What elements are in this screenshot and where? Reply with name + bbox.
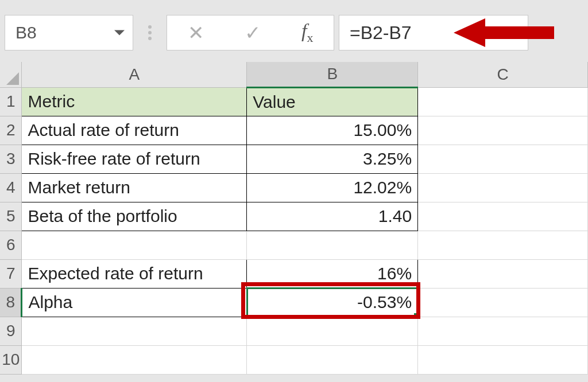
formula-text: =B2-B7 xyxy=(350,22,412,44)
cell-C10[interactable] xyxy=(418,345,588,374)
row-header-7[interactable]: 7 xyxy=(0,259,22,288)
formula-input[interactable]: =B2-B7 xyxy=(339,15,528,50)
cell-B1[interactable]: Value xyxy=(247,87,418,116)
fx-icon[interactable]: fx xyxy=(301,20,313,45)
select-all-corner[interactable] xyxy=(0,62,22,87)
cell-B7[interactable]: 16% xyxy=(247,259,418,288)
name-box-value: B8 xyxy=(16,23,37,42)
row-header-8[interactable]: 8 xyxy=(0,288,22,317)
cell-A3[interactable]: Risk-free rate of return xyxy=(22,145,247,173)
cancel-icon[interactable]: ✕ xyxy=(188,21,204,44)
name-box[interactable]: B8 xyxy=(5,15,133,50)
row-header-9[interactable]: 9 xyxy=(0,317,22,345)
cell-A6[interactable] xyxy=(22,231,247,259)
cell-C5[interactable] xyxy=(418,202,588,231)
cell-B3[interactable]: 3.25% xyxy=(247,145,418,173)
cell-B8[interactable]: -0.53% xyxy=(247,288,418,317)
cell-B4[interactable]: 12.02% xyxy=(247,173,418,202)
cell-C4[interactable] xyxy=(418,173,588,202)
formula-bar: B8 ✕ ✓ fx =B2-B7 xyxy=(5,15,528,50)
cell-A5[interactable]: Beta of the portfolio xyxy=(22,202,247,231)
cell-C8[interactable] xyxy=(418,288,588,317)
spreadsheet-grid[interactable]: A B C 1 Metric Value 2 Actual rate of re… xyxy=(0,62,588,375)
cell-A2[interactable]: Actual rate of return xyxy=(22,116,247,145)
cell-A1[interactable]: Metric xyxy=(22,87,247,116)
cell-A8[interactable]: Alpha xyxy=(22,288,247,317)
cell-B2[interactable]: 15.00% xyxy=(247,116,418,145)
cell-C2[interactable] xyxy=(418,116,588,145)
formula-buttons: ✕ ✓ fx xyxy=(167,15,334,50)
cell-C9[interactable] xyxy=(418,317,588,345)
chevron-down-icon[interactable] xyxy=(114,30,125,36)
cell-A9[interactable] xyxy=(22,317,247,345)
col-header-A[interactable]: A xyxy=(22,62,247,87)
cell-B5[interactable]: 1.40 xyxy=(247,202,418,231)
enter-icon[interactable]: ✓ xyxy=(245,21,261,44)
row-header-5[interactable]: 5 xyxy=(0,202,22,231)
col-header-C[interactable]: C xyxy=(418,62,588,87)
row-header-1[interactable]: 1 xyxy=(0,87,22,116)
row-header-6[interactable]: 6 xyxy=(0,231,22,259)
cell-A10[interactable] xyxy=(22,345,247,374)
cell-C6[interactable] xyxy=(418,231,588,259)
row-header-2[interactable]: 2 xyxy=(0,116,22,145)
cell-C1[interactable] xyxy=(418,87,588,116)
col-header-B[interactable]: B xyxy=(247,62,418,87)
cell-C7[interactable] xyxy=(418,259,588,288)
row-header-10[interactable]: 10 xyxy=(0,345,22,374)
cell-A7[interactable]: Expected rate of return xyxy=(22,259,247,288)
row-header-4[interactable]: 4 xyxy=(0,173,22,202)
cell-C3[interactable] xyxy=(418,145,588,173)
cell-B6[interactable] xyxy=(247,231,418,259)
cell-A4[interactable]: Market return xyxy=(22,173,247,202)
row-header-3[interactable]: 3 xyxy=(0,145,22,173)
cell-B10[interactable] xyxy=(247,345,418,374)
divider-dots-icon xyxy=(138,15,162,50)
cell-B9[interactable] xyxy=(247,317,418,345)
